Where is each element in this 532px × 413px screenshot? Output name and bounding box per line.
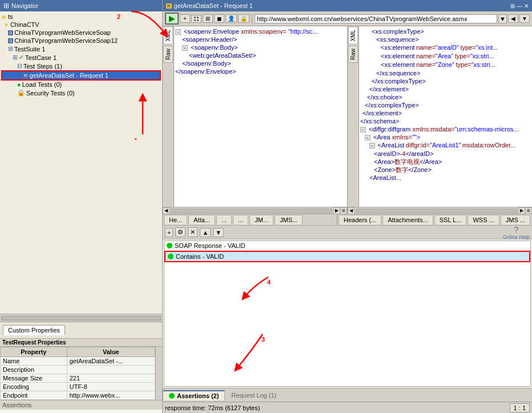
tab-headers[interactable]: Headers (... (338, 215, 381, 224)
options-button[interactable] (191, 15, 201, 23)
tab-dot2[interactable]: ... (233, 215, 248, 224)
raw-tab-right[interactable]: Raw (348, 46, 358, 63)
tree-item-load[interactable]: ● Load Tests (0) (1, 81, 161, 89)
lock-button[interactable]: 🔒 (238, 14, 249, 23)
xml-scroll-right[interactable]: ◀ ▶ ⊞ (348, 207, 532, 214)
collapse-3[interactable]: - (182, 45, 188, 51)
tab-ssl[interactable]: SSL L... (434, 215, 467, 224)
assertions-config-button[interactable]: ⚙ (175, 227, 186, 237)
xml-line-2: <soapenv:Header/> (175, 35, 346, 43)
tree-label-china: ChinaCTV (10, 21, 39, 28)
xml-tab-right[interactable]: XML (348, 27, 358, 45)
prop-desc-label: Description (1, 366, 67, 374)
navigator-scrollbar[interactable] (0, 314, 162, 322)
request-title: getAreaDataSet - Request 1 (174, 2, 253, 9)
left-tabs: He... Atta... ... ... JM... JMS... (163, 214, 337, 225)
tree-item-security[interactable]: 🔒 Security Tests (0) (1, 89, 161, 97)
user-button[interactable]: 👤 (225, 14, 237, 23)
scroll-expand-btn-r[interactable]: ⊞ (525, 207, 532, 214)
prop-endpoint-value[interactable]: http://www.webx... (67, 391, 155, 400)
assertions-up-button[interactable]: ▲ (200, 228, 211, 237)
tree-item-soap12[interactable]: S ChinaTVprogramWebServiceSoap12 (1, 37, 161, 45)
stop-button[interactable]: ◼ (214, 14, 224, 23)
tab-jm[interactable]: JM... (249, 215, 273, 224)
online-help-label[interactable]: Online Help (503, 234, 530, 240)
tab-jms-r[interactable]: JMS ... (501, 215, 530, 224)
prop-name-value[interactable]: getAreaDataSet -... (67, 357, 155, 366)
url-input[interactable] (255, 14, 497, 23)
collapse-r3[interactable]: - (369, 143, 375, 149)
scroll-right-btn-r[interactable]: ▶ (518, 207, 525, 214)
tree-item-case1[interactable]: ⊞ ✓ TestCase 1 (1, 53, 161, 62)
prop-encoding-label: Encoding (1, 383, 67, 391)
assertion-label-1: SOAP Response - VALID (175, 242, 245, 249)
prop-encoding-value[interactable]: UTF-8 (67, 383, 155, 391)
tree-item-steps[interactable]: ⊟ Test Steps (1) (1, 62, 161, 70)
add-button[interactable]: + (180, 14, 190, 23)
copy-button[interactable]: ⊞ (203, 14, 213, 23)
navigator-grid-icon: ⊞ (3, 2, 9, 10)
request-log-tab[interactable]: Request Log (1) (225, 391, 282, 400)
scroll-expand-btn[interactable]: ⊞ (340, 207, 347, 214)
tab-jms[interactable]: JMS... (275, 215, 303, 224)
rxl-15: - <AreaList diffgr:id="AreaList1" msdata… (360, 141, 531, 150)
collapse-r1[interactable]: - (360, 127, 366, 133)
tab-wss[interactable]: WSS ... (467, 215, 499, 224)
tab-he[interactable]: He... (164, 215, 187, 224)
prop-msgsize-value[interactable]: 221 (67, 374, 155, 383)
tree-label-load: Load Tests (0) (22, 81, 62, 88)
assertions-tab-label: Assertions (2) (177, 392, 219, 399)
prop-desc-value[interactable] (67, 366, 155, 374)
tree-item-request1[interactable]: R getAreaDataSet - Request 1 (1, 70, 161, 81)
tree-item-suite1[interactable]: ⊞ TestSuite 1 (1, 45, 161, 53)
props-scrollbar[interactable] (155, 347, 162, 400)
scroll-track-right[interactable] (356, 208, 517, 213)
assertions-delete-button[interactable]: ✕ (188, 227, 198, 237)
restore-icon[interactable]: ⊞ (510, 3, 515, 9)
assertions-down-button[interactable]: ▼ (213, 228, 224, 237)
tree-label-case1: TestCase 1 (25, 54, 57, 61)
tree-item-china[interactable]: ▼ ChinaCTV (1, 21, 161, 29)
tab-dot1[interactable]: ... (216, 215, 232, 224)
minimize-icon[interactable]: — (517, 3, 522, 9)
xml-tab-left[interactable]: XML (163, 27, 173, 45)
custom-properties-tab[interactable]: Custom Properties (3, 325, 65, 335)
scroll-track-left[interactable] (171, 208, 332, 213)
run-button[interactable]: ▶ (165, 13, 179, 25)
steps-icon: ⊟ (17, 62, 22, 70)
raw-tab-left[interactable]: Raw (163, 46, 173, 63)
assertion-soap-response[interactable]: SOAP Response - VALID (164, 241, 530, 251)
nav-down-button[interactable]: ▼ (519, 14, 530, 23)
request-icon: R (23, 73, 29, 78)
xml-line-6: </soapenv:Envelope> (175, 67, 346, 75)
tab-attachments[interactable]: Attachments... (382, 215, 433, 224)
close-icon[interactable]: ✕ (524, 3, 529, 9)
navigator-panel: ⊞ Navigator ▶ ts ▼ ChinaCTV S ChinaTVpro… (0, 0, 163, 413)
url-dropdown-button[interactable]: ▼ (498, 14, 507, 23)
request-toolbar: ▶ + ⊞ ◼ 👤 🔒 ▼ ◀ ▼ (163, 11, 532, 26)
assertions-status-tab[interactable]: Assertions (2) (163, 390, 225, 400)
xml-panel-left: XML Raw - <soapenv:Envelope xmlns:soapen… (163, 26, 348, 214)
scroll-left-btn[interactable]: ◀ (163, 207, 170, 214)
nav-back-button[interactable]: ◀ (508, 14, 518, 23)
collapse-r2[interactable]: - (365, 135, 370, 141)
collapse-1[interactable]: - (175, 29, 181, 35)
rxl-3: <xs:element name="areaID" type="xs:int..… (360, 43, 531, 52)
xml-content-right: <xs:complexType> <xs:sequence> <xs:eleme… (359, 26, 532, 207)
assertions-add-button[interactable]: + (165, 228, 173, 237)
scroll-right-btn[interactable]: ▶ (333, 207, 340, 214)
tree-item-soap1[interactable]: S ChinaTVprogramWebServiceSoap (1, 29, 161, 37)
rxl-17: <Area>数字电视</Area> (360, 158, 531, 166)
tree-label-request1: getAreaDataSet - Request 1 (30, 72, 108, 79)
scroll-left-btn-r[interactable]: ◀ (348, 207, 354, 214)
tab-atta[interactable]: Atta... (188, 215, 215, 224)
assertion-contains[interactable]: Contains - VALID (164, 251, 530, 262)
help-icon[interactable]: ? (514, 225, 519, 234)
xml-tab-area-right: XML Raw <xs:complexType> <xs:sequence> <… (348, 26, 532, 207)
xml-panel-right: XML Raw <xs:complexType> <xs:sequence> <… (348, 26, 532, 214)
properties-table-container: Property Value Name getAreaDataSet -... … (0, 347, 162, 400)
rxl-13: - <diffgr:diffgram xmlns:msdata="urn:sch… (360, 125, 531, 133)
properties-bottom-label: Assertions (0, 400, 162, 410)
xml-scroll-left[interactable]: ◀ ▶ ⊞ (163, 207, 347, 214)
tree-item-ts[interactable]: ▶ ts (1, 13, 161, 21)
